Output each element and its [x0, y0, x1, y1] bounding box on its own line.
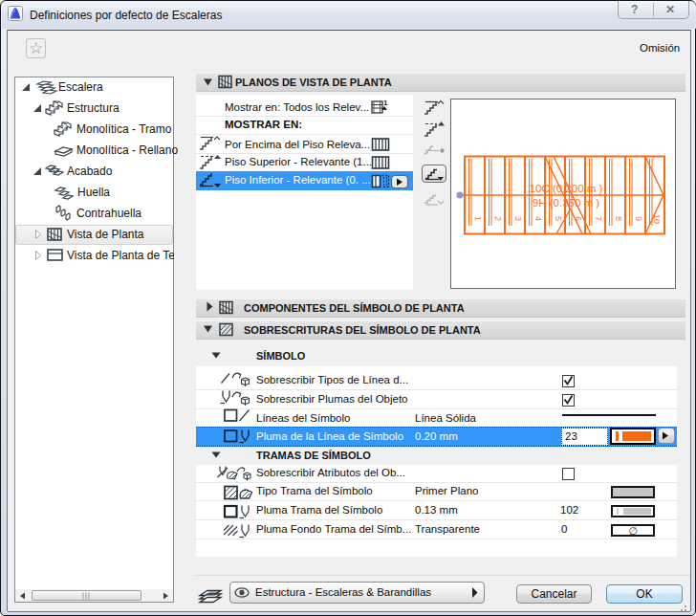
svg-text:3: 3: [513, 216, 523, 221]
svg-text:7: 7: [594, 216, 603, 221]
svg-text:4: 4: [533, 216, 543, 221]
svg-text:10: 10: [652, 214, 662, 224]
svg-text:8: 8: [614, 216, 623, 221]
svg-text:5: 5: [554, 216, 563, 221]
svg-text:1: 1: [473, 216, 483, 221]
svg-text:1: 1: [383, 99, 388, 107]
svg-text:10C (0.200 m ): 10C (0.200 m ): [530, 183, 603, 194]
svg-text:9H (0.350 m ): 9H (0.350 m ): [533, 197, 599, 209]
svg-text:2: 2: [493, 216, 503, 221]
svg-text:6: 6: [574, 216, 583, 221]
svg-text:9: 9: [634, 216, 643, 221]
